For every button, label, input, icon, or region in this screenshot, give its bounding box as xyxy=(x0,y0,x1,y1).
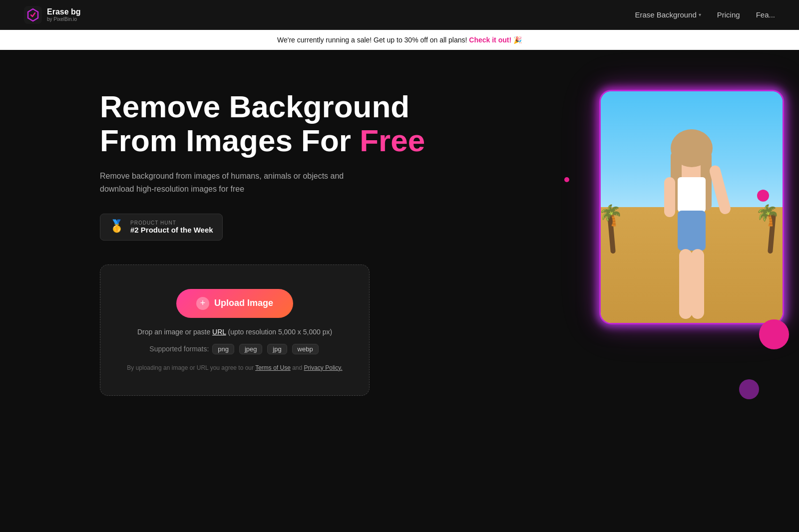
nav-pricing[interactable]: Pricing xyxy=(717,10,740,19)
navbar: Erase bg by PixelBin.io Erase Background… xyxy=(0,0,799,30)
upload-legal-text: By uploading an image or URL you agree t… xyxy=(120,364,349,371)
logo-icon xyxy=(24,6,42,24)
announcement-text: We're currently running a sale! Get up t… xyxy=(277,36,469,44)
decorative-dot-2 xyxy=(759,319,789,349)
svg-rect-10 xyxy=(691,249,704,319)
hero-section: Remove Background From Images For Free R… xyxy=(0,50,799,499)
nav-features[interactable]: Fea... xyxy=(756,10,775,19)
svg-rect-8 xyxy=(678,211,706,251)
hero-image-preview: 🌴 🌴 xyxy=(599,90,799,339)
logo[interactable]: Erase bg by PixelBin.io xyxy=(24,6,81,24)
svg-rect-5 xyxy=(678,177,706,212)
plus-icon: + xyxy=(196,297,209,310)
beach-background: 🌴 🌴 xyxy=(601,91,783,323)
product-hunt-text: PRODUCT HUNT #2 Product of the Week xyxy=(130,220,213,234)
logo-text: Erase bg by PixelBin.io xyxy=(47,7,81,22)
hero-title-line2: From Images For xyxy=(100,123,360,158)
upload-image-button[interactable]: + Upload Image xyxy=(176,289,293,318)
hero-subtitle: Remove background from images of humans,… xyxy=(100,170,360,195)
svg-rect-9 xyxy=(679,249,692,319)
logo-title: Erase bg xyxy=(47,7,81,16)
decorative-dot-small xyxy=(564,177,569,182)
preview-frame: 🌴 🌴 xyxy=(599,90,784,324)
upload-box: + Upload Image Drop an image or paste UR… xyxy=(100,265,370,396)
hero-title-line1: Remove Background xyxy=(100,89,409,124)
chevron-down-icon: ▾ xyxy=(699,12,701,17)
medal-icon: 🥇 xyxy=(109,219,125,235)
palm-tree-left: 🌴 xyxy=(611,214,616,254)
format-jpeg: jpeg xyxy=(239,344,263,354)
format-png: png xyxy=(212,344,234,354)
upload-button-label: Upload Image xyxy=(214,298,273,308)
hero-left: Remove Background From Images For Free R… xyxy=(100,90,429,396)
product-hunt-badge[interactable]: 🥇 PRODUCT HUNT #2 Product of the Week xyxy=(100,214,223,241)
svg-rect-6 xyxy=(664,177,675,217)
upload-drop-text: Drop an image or paste URL (upto resolut… xyxy=(120,328,349,336)
product-hunt-rank: #2 Product of the Week xyxy=(130,226,213,234)
logo-subtitle: by PixelBin.io xyxy=(47,16,81,22)
format-jpg: jpg xyxy=(267,344,287,354)
announcement-bar: We're currently running a sale! Get up t… xyxy=(0,30,799,50)
woman-silhouette xyxy=(637,123,747,323)
nav-erase-background[interactable]: Erase Background ▾ xyxy=(635,10,701,19)
hero-title: Remove Background From Images For Free xyxy=(100,90,429,158)
decorative-dot-1 xyxy=(757,190,769,202)
format-webp: webp xyxy=(292,344,319,354)
palm-tree-right: 🌴 xyxy=(768,214,773,254)
svg-rect-7 xyxy=(708,164,732,215)
product-hunt-label: PRODUCT HUNT xyxy=(130,220,213,226)
announcement-cta[interactable]: Check it out! 🎉 xyxy=(469,36,522,44)
url-link[interactable]: URL xyxy=(212,328,226,336)
upload-formats: Supported formats: png jpeg jpg webp xyxy=(120,344,349,354)
nav-links: Erase Background ▾ Pricing Fea... xyxy=(635,10,775,19)
hero-title-highlight: Free xyxy=(360,123,425,158)
terms-of-use-link[interactable]: Terms of Use xyxy=(255,364,291,371)
decorative-dot-3 xyxy=(739,379,759,399)
privacy-policy-link[interactable]: Privacy Policy. xyxy=(304,364,343,371)
